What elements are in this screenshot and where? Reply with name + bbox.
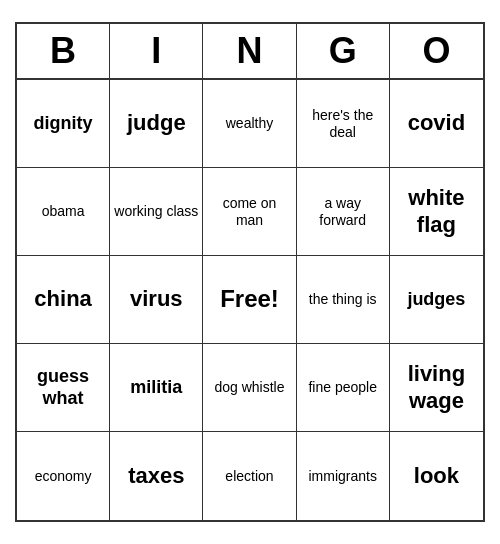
bingo-cell[interactable]: election: [203, 432, 296, 520]
bingo-cell[interactable]: fine people: [297, 344, 390, 432]
bingo-cell[interactable]: taxes: [110, 432, 203, 520]
bingo-cell[interactable]: guess what: [17, 344, 110, 432]
header-letter: N: [203, 24, 296, 78]
bingo-cell[interactable]: come on man: [203, 168, 296, 256]
bingo-cell[interactable]: militia: [110, 344, 203, 432]
bingo-cell[interactable]: a way forward: [297, 168, 390, 256]
bingo-card: BINGO dignityjudgewealthyhere's the deal…: [15, 22, 485, 522]
bingo-header: BINGO: [17, 24, 483, 80]
bingo-cell[interactable]: immigrants: [297, 432, 390, 520]
bingo-cell[interactable]: here's the deal: [297, 80, 390, 168]
bingo-cell[interactable]: economy: [17, 432, 110, 520]
bingo-cell[interactable]: judge: [110, 80, 203, 168]
header-letter: I: [110, 24, 203, 78]
bingo-cell[interactable]: covid: [390, 80, 483, 168]
header-letter: G: [297, 24, 390, 78]
bingo-cell[interactable]: obama: [17, 168, 110, 256]
bingo-cell[interactable]: judges: [390, 256, 483, 344]
bingo-grid: dignityjudgewealthyhere's the dealcovido…: [17, 80, 483, 520]
bingo-cell[interactable]: the thing is: [297, 256, 390, 344]
bingo-cell[interactable]: Free!: [203, 256, 296, 344]
bingo-cell[interactable]: china: [17, 256, 110, 344]
bingo-cell[interactable]: virus: [110, 256, 203, 344]
bingo-cell[interactable]: look: [390, 432, 483, 520]
header-letter: B: [17, 24, 110, 78]
bingo-cell[interactable]: dignity: [17, 80, 110, 168]
bingo-cell[interactable]: dog whistle: [203, 344, 296, 432]
bingo-cell[interactable]: white flag: [390, 168, 483, 256]
bingo-cell[interactable]: working class: [110, 168, 203, 256]
bingo-cell[interactable]: living wage: [390, 344, 483, 432]
bingo-cell[interactable]: wealthy: [203, 80, 296, 168]
header-letter: O: [390, 24, 483, 78]
